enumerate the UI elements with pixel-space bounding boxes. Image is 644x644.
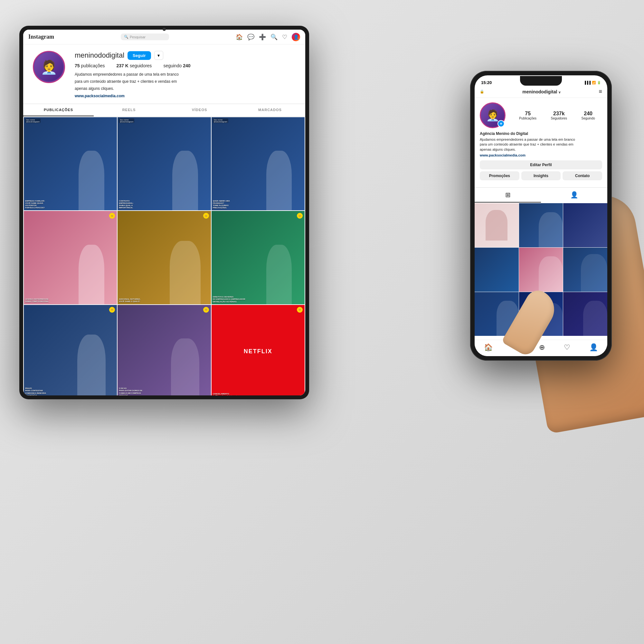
tablet-device: Instagram 🔍 Pesquisar 🏠 💬 ➕ 🔍 ♡ 👤 [19,26,309,399]
grid-item[interactable]: 😊 ADICIONAL NOTURNO,você sabe o que é? [118,211,211,304]
explore-icon[interactable]: 🔍 [270,33,278,41]
post-text: 5 DICASpara evitar dores decabeça em com… [119,387,209,395]
phone-grid-item[interactable] [519,203,563,247]
post-text: EMPRESA FAMILIAR:você sabe quaisos ponto… [25,200,116,209]
add-icon[interactable]: ➕ [259,33,266,41]
content-tabs: PUBLICAÇÕES REELS VÍDEOS MARCADOS [23,104,305,117]
phone-device-wrapper: 15:20 ▐▐▐ 📶 🔋 🔒 meninododigital ∨ ≡ [470,71,612,361]
stat-following: seguindo 240 [163,63,190,68]
phone-grid-item[interactable] [475,203,519,247]
wifi-icon: 📶 [592,81,596,84]
username-row: meninododigital Seguir ▾ [75,51,296,60]
scene: Instagram 🔍 Pesquisar 🏠 💬 ➕ 🔍 ♡ 👤 [0,0,644,644]
chevron-down-icon: ∨ [558,90,561,94]
phone-stat-following: 240 Seguindo [582,111,595,120]
post-badge: 😊 [297,307,303,313]
post-grid: Seu nome@seuinstagram EMPRESA FAMILIAR:v… [23,117,305,395]
post-text: DIREITOS E DEVERESdo empregado e emprega… [213,296,303,303]
menu-icon[interactable]: ≡ [599,88,602,95]
search-bar[interactable]: 🔍 Pesquisar [121,33,169,40]
person-square-icon: 👤 [570,191,578,199]
phone-action-buttons: Promoções Insights Contato [480,171,602,180]
status-icons: ▐▐▐ 📶 🔋 [584,81,601,84]
profile-section: 🧑‍💼 meninododigital Seguir ▾ 75 publicaç… [23,44,305,104]
grid-item[interactable]: Seu nome@seuinstagram EMPRESA FAMILIAR:v… [24,117,117,210]
phone-tab-tagged[interactable]: 👤 [541,188,607,203]
phone-grid-item[interactable] [519,248,563,292]
grid-item[interactable]: 😊 PRAZOpara contestarcobrança indevidade… [24,305,117,395]
phone-grid-item[interactable] [563,248,607,292]
bottom-profile-icon[interactable]: 👤 [589,343,598,352]
insights-button[interactable]: Insights [521,171,561,180]
more-button[interactable]: ▾ [154,51,163,60]
post-text: QUER ABRIR UMAFRANQUIA?Tome algumaspreca… [213,200,303,209]
phone-grid-item[interactable] [563,203,607,247]
stat-posts: 75 publicações [75,63,105,68]
grid-icon: ⊞ [505,191,511,199]
phone-posts-label: Publicações [519,117,536,120]
phone-stat-followers: 237k Seguidores [551,111,567,120]
phone-following-count: 240 [584,111,592,117]
home-icon[interactable]: 🏠 [236,33,243,41]
grid-item[interactable]: Seu nome@seuinstagram CONTRATOEMPRESARIA… [118,117,211,210]
followers-label: seguidores [130,63,152,68]
promotions-button[interactable]: Promoções [480,171,519,180]
phone-tab-grid[interactable]: ⊞ [475,188,541,203]
phone-bottom-bar: 🏠 🔍 ⊕ ♡ 👤 [475,340,607,356]
phone-notch [520,76,562,86]
user-avatar-nav[interactable]: 👤 [292,33,300,41]
tab-videos[interactable]: VÍDEOS [164,104,235,116]
stat-followers: 237 K seguidores [117,63,152,68]
phone-profile-top: 🧑‍💼 + 75 Publicações 237k Seguidores [480,102,602,128]
website-link[interactable]: www.packsocialmedia.com [75,94,125,98]
phone-grid-item[interactable] [475,248,519,292]
phone-avatar: 🧑‍💼 + [480,102,506,128]
phone-stats: 75 Publicações 237k Seguidores 240 Segui… [512,111,602,120]
lock-icon: 🔒 [480,90,484,94]
bio-line2: para um conteúdo atraente que traz + cli… [75,79,296,84]
grid-item[interactable]: 😊 DIREITOS E DEVERESdo empregado e empre… [212,211,305,304]
grid-item[interactable]: Seu nome@seuinstagram QUER ABRIR UMAFRAN… [212,117,305,210]
profile-avatar: 🧑‍💼 [33,51,65,83]
post-text: ADICIONAL NOTURNO,você sabe o que é? [119,298,209,303]
phone-bio-name: Agência Menino do Digital [480,131,602,136]
followers-count: 237 K [117,63,128,68]
phone-followers-label: Seguidores [551,117,567,120]
phone-ig-header: 🔒 meninododigital ∨ ≡ [475,87,607,98]
signal-icon: ▐▐▐ [584,81,591,84]
grid-item[interactable]: 😊 5 DICASpara evitar dores decabeça em c… [118,305,211,395]
tab-reels[interactable]: REELS [94,104,164,116]
status-time: 15:20 [481,80,492,85]
profile-stats: 75 publicações 237 K seguidores seguindo… [75,63,296,68]
phone-stat-posts: 75 Publicações [519,111,536,120]
phone-website-link[interactable]: www.packsocialmedia.com [480,153,602,157]
nav-icons: 🏠 💬 ➕ 🔍 ♡ 👤 [236,33,300,41]
phone-following-label: Seguindo [582,117,595,120]
bottom-add-icon[interactable]: ⊕ [539,343,545,352]
phone-followers-count: 237k [553,111,565,117]
avatar-image: 🧑‍💼 [34,52,63,81]
tab-marcados[interactable]: MARCADOS [235,104,305,116]
posts-label: publicações [81,63,105,68]
bottom-heart-icon[interactable]: ♡ [564,343,570,352]
avatar-plus-button[interactable]: + [497,120,505,127]
phone-grid-item[interactable] [563,292,607,336]
tab-publicacoes[interactable]: PUBLICAÇÕES [23,104,94,116]
phone-grid-tabs: ⊞ 👤 [475,187,607,203]
grid-item[interactable]: NETFLIX CANCELAMENTOde TV a cabo pela in… [212,305,305,395]
message-icon[interactable]: 💬 [247,33,254,41]
following-count: 240 [183,63,190,68]
tablet-camera [163,28,166,31]
heart-icon[interactable]: ♡ [282,33,287,41]
grid-item[interactable]: 😊 LICENÇA MATERNIDADE:saiba como funcion… [24,211,117,304]
instagram-header: Instagram 🔍 Pesquisar 🏠 💬 ➕ 🔍 ♡ 👤 [23,30,305,44]
phone-bio-text: Ajudamos empreendedores a passar de uma … [480,137,602,152]
edit-profile-button[interactable]: Editar Perfil [480,160,602,169]
bottom-home-icon[interactable]: 🏠 [484,343,493,352]
follow-button[interactable]: Seguir [128,51,151,60]
contato-button[interactable]: Contato [563,171,602,180]
phone-profile: 🧑‍💼 + 75 Publicações 237k Seguidores [475,98,607,187]
profile-info: meninododigital Seguir ▾ 75 publicações … [75,51,296,99]
post-text: LICENÇA MATERNIDADE:saiba como funciona. [25,298,116,303]
netflix-logo: NETFLIX [244,348,272,355]
